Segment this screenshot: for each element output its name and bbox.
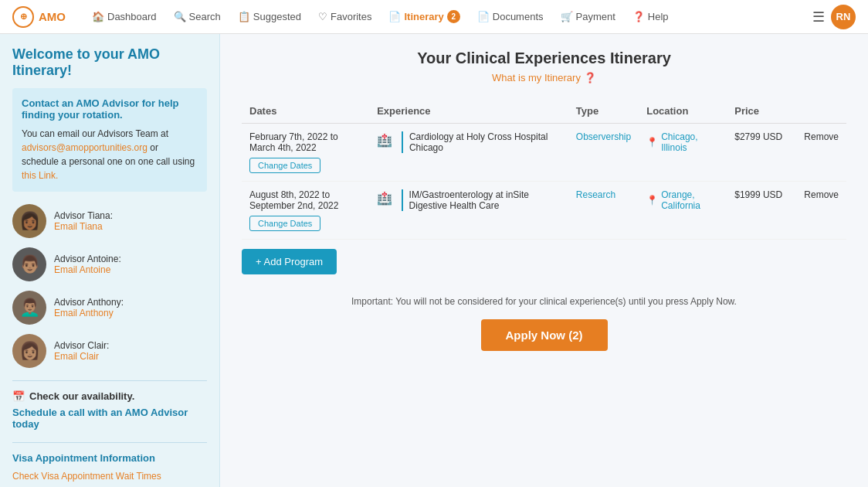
visa-title: Visa Appointment Information xyxy=(12,452,207,464)
advisor-name-tiana: Advisor Tiana: xyxy=(54,210,113,221)
contact-box-title: Contact an AMO Advisor for help finding … xyxy=(22,97,198,121)
row1-dates-cell: February 7th, 2022 to March 4th, 2022 Ch… xyxy=(242,124,369,182)
sidebar: Welcome to your AMO Itinerary! Contact a… xyxy=(0,34,220,487)
row2-price-cell: $1999 USD xyxy=(727,182,790,240)
nav-search[interactable]: 🔍 Search xyxy=(166,8,229,26)
row1-price: $2799 USD xyxy=(734,131,782,142)
advisor-name-clair: Advisor Clair: xyxy=(54,340,109,351)
nav-right: ☰ RN xyxy=(812,5,856,29)
favorites-icon: ♡ xyxy=(318,11,327,22)
important-notice: Important: You will not be considered fo… xyxy=(242,296,846,307)
advisor-name-anthony: Advisor Anthony: xyxy=(54,297,124,308)
experience-icon-2: 🏥 xyxy=(377,191,392,206)
sidebar-welcome-title: Welcome to your AMO Itinerary! xyxy=(12,46,207,79)
col-location: Location xyxy=(639,99,727,124)
menu-button[interactable]: ☰ xyxy=(812,9,825,26)
documents-icon: 📄 xyxy=(477,11,490,22)
main-layout: Welcome to your AMO Itinerary! Contact a… xyxy=(0,34,868,487)
contact-text-before: You can email our Advisors Team at xyxy=(22,128,168,139)
row2-remove-cell: Remove xyxy=(790,182,846,240)
itinerary-badge: 2 xyxy=(447,10,460,23)
nav-links: 🏠 Dashboard 🔍 Search 📋 Suggested ♡ Favor… xyxy=(84,7,812,26)
row2-change-dates-button[interactable]: Change Dates xyxy=(249,216,320,231)
row1-change-dates-button[interactable]: Change Dates xyxy=(249,158,320,173)
payment-icon: 🛒 xyxy=(561,11,573,22)
row2-experience-cell: 🏥 IM/Gastroenterology at inSite Digestiv… xyxy=(369,182,568,240)
contact-box-text: You can email our Advisors Team at advis… xyxy=(22,127,198,182)
advisor-info-antoine: Advisor Antoine: Email Antoine xyxy=(54,254,121,275)
nav-dashboard[interactable]: 🏠 Dashboard xyxy=(84,8,164,26)
row2-type-link[interactable]: Research xyxy=(576,189,615,200)
availability-section: 📅 Check our availability. Schedule a cal… xyxy=(12,380,207,430)
row1-experience-wrapper: 🏥 Cardiology at Holy Cross Hospital Chic… xyxy=(377,131,561,153)
advisor-email-anthony[interactable]: Email Anthony xyxy=(54,308,124,318)
visa-section: Visa Appointment Information Check Visa … xyxy=(12,442,207,487)
availability-title: 📅 Check our availability. xyxy=(12,390,207,402)
col-type: Type xyxy=(568,99,639,124)
row1-divider xyxy=(402,131,403,153)
app-logo[interactable]: ⊕ AMO xyxy=(12,6,66,28)
add-program-button[interactable]: + Add Program xyxy=(242,249,337,274)
row2-divider xyxy=(402,189,402,211)
advisor-avatar-tiana: 👩🏾 xyxy=(12,204,46,238)
row2-location: Orange, California xyxy=(661,189,719,211)
row1-location: Chicago, Illinois xyxy=(661,131,719,153)
navbar: ⊕ AMO 🏠 Dashboard 🔍 Search 📋 Suggested ♡… xyxy=(0,0,868,34)
suggested-icon: 📋 xyxy=(238,11,250,22)
table-row: August 8th, 2022 to September 2nd, 2022 … xyxy=(242,182,846,240)
row1-dates: February 7th, 2022 to March 4th, 2022 xyxy=(249,131,361,153)
advisors-email-link[interactable]: advisors@amopportunities.org xyxy=(22,142,147,153)
logo-text: AMO xyxy=(39,10,66,23)
contact-box: Contact an AMO Advisor for help finding … xyxy=(12,88,207,192)
row2-experience-name: IM/Gastroenterology at inSite Digestive … xyxy=(409,189,561,211)
advisor-info-tiana: Advisor Tiana: Email Tiana xyxy=(54,210,113,232)
advisor-avatar-anthony: 👨🏽‍🦱 xyxy=(12,291,46,325)
nav-suggested[interactable]: 📋 Suggested xyxy=(230,8,309,26)
nav-documents[interactable]: 📄 Documents xyxy=(470,8,551,26)
schedule-call-link[interactable]: Schedule a call with an AMO Advisor toda… xyxy=(12,407,207,430)
col-dates: Dates xyxy=(242,99,369,124)
col-price: Price xyxy=(727,99,790,124)
row2-location-cell: 📍 Orange, California xyxy=(639,182,727,240)
row1-location-cell: 📍 Chicago, Illinois xyxy=(639,124,727,182)
advisor-item-tiana: 👩🏾 Advisor Tiana: Email Tiana xyxy=(12,204,207,238)
row1-type-link[interactable]: Observership xyxy=(576,131,631,142)
row1-price-cell: $2799 USD xyxy=(727,124,790,182)
advisor-email-clair[interactable]: Email Clair xyxy=(54,351,109,362)
visa-wait-times-link[interactable]: Check Visa Appointment Wait Times xyxy=(12,471,161,482)
itinerary-table: Dates Experience Type Location Price Feb… xyxy=(242,99,846,240)
row2-experience-wrapper: 🏥 IM/Gastroenterology at inSite Digestiv… xyxy=(377,189,561,211)
advisor-item-anthony: 👨🏽‍🦱 Advisor Anthony: Email Anthony xyxy=(12,291,207,325)
row2-dates: August 8th, 2022 to September 2nd, 2022 xyxy=(249,189,361,211)
row2-location-wrapper: 📍 Orange, California xyxy=(646,189,719,211)
advisor-info-anthony: Advisor Anthony: Email Anthony xyxy=(54,297,124,318)
home-icon: 🏠 xyxy=(92,11,104,22)
row2-remove-button[interactable]: Remove xyxy=(804,189,839,200)
nav-payment[interactable]: 🛒 Payment xyxy=(553,8,623,26)
advisor-item-antoine: 👨🏽 Advisor Antoine: Email Antoine xyxy=(12,247,207,281)
row1-remove-button[interactable]: Remove xyxy=(804,131,839,142)
apply-now-button[interactable]: Apply Now (2) xyxy=(481,319,608,351)
table-row: February 7th, 2022 to March 4th, 2022 Ch… xyxy=(242,124,846,182)
advisor-avatar-antoine: 👨🏽 xyxy=(12,247,46,281)
col-experience: Experience xyxy=(369,99,568,124)
user-avatar[interactable]: RN xyxy=(831,5,856,29)
what-is-itinerary-link[interactable]: What is my Itinerary ❓ xyxy=(242,72,846,83)
main-content: Your Clinical Experiences Itinerary What… xyxy=(220,34,868,487)
advisor-list: 👩🏾 Advisor Tiana: Email Tiana 👨🏽 Advisor… xyxy=(12,204,207,368)
nav-itinerary[interactable]: 📄 Itinerary 2 xyxy=(381,7,467,26)
row1-location-wrapper: 📍 Chicago, Illinois xyxy=(646,131,719,153)
this-link[interactable]: this Link. xyxy=(22,170,58,181)
experience-icon-1: 🏥 xyxy=(377,133,392,148)
advisor-email-antoine[interactable]: Email Antoine xyxy=(54,264,121,275)
nav-help[interactable]: ❓ Help xyxy=(625,8,676,26)
nav-favorites[interactable]: ♡ Favorites xyxy=(310,8,379,26)
itinerary-icon: 📄 xyxy=(388,11,401,22)
advisor-info-clair: Advisor Clair: Email Clair xyxy=(54,340,109,362)
page-title: Your Clinical Experiences Itinerary xyxy=(242,49,846,67)
advisor-name-antoine: Advisor Antoine: xyxy=(54,254,121,264)
advisor-email-tiana[interactable]: Email Tiana xyxy=(54,221,113,232)
row2-dates-cell: August 8th, 2022 to September 2nd, 2022 … xyxy=(242,182,369,240)
location-pin-icon-2: 📍 xyxy=(646,195,658,206)
calendar-icon: 📅 xyxy=(12,390,25,402)
